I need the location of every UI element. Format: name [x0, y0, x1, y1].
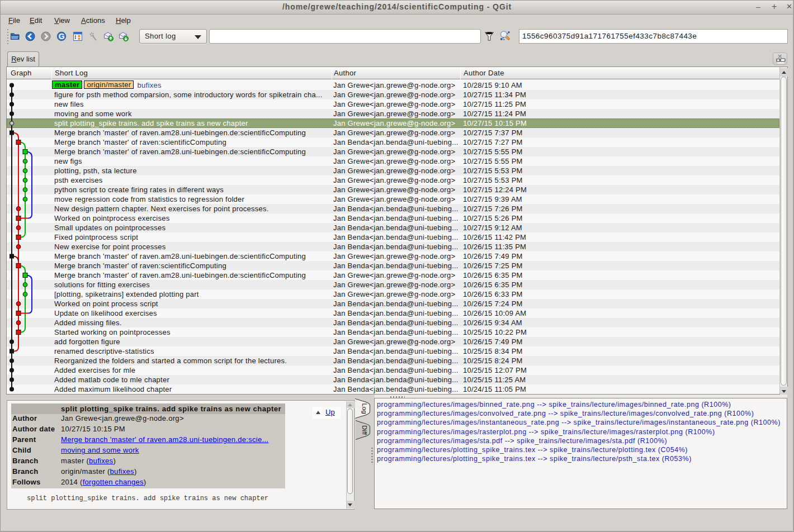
svg-text:G: G: [59, 32, 65, 41]
svg-text:Diff: Diff: [361, 425, 368, 435]
svg-text:Log: Log: [361, 403, 368, 414]
